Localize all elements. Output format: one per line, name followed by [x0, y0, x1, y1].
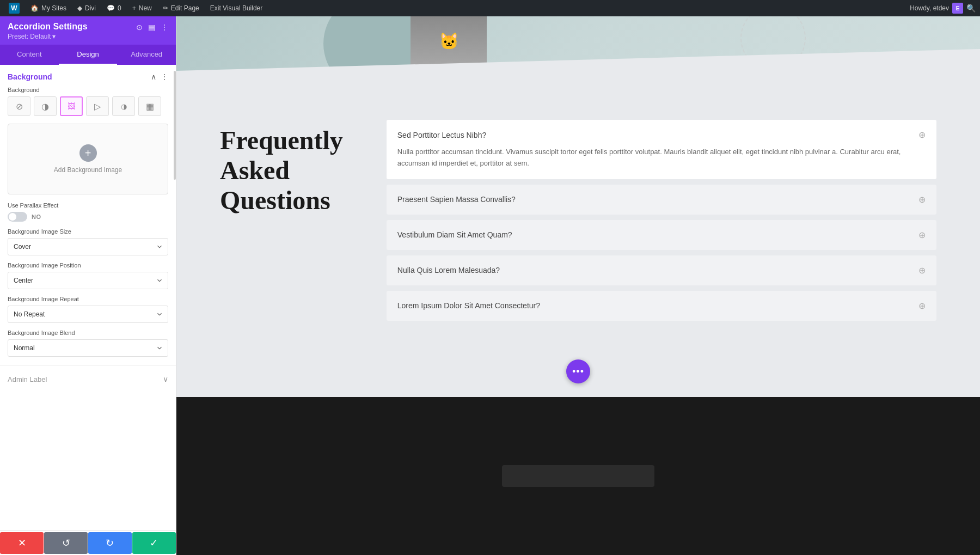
sidebar-content: Background ∧ ⋮ Background ⊘ ◑ 🖼: [0, 65, 176, 530]
accordion-title-2: Praesent Sapien Massa Convallis?: [397, 195, 516, 204]
bg-type-color[interactable]: ◑: [34, 96, 57, 116]
background-section-title: Background: [8, 72, 52, 81]
accordion-item-4[interactable]: Nulla Quis Lorem Malesuada? ⊕: [387, 255, 936, 285]
dark-section-inner: [502, 465, 654, 487]
cat-image: 🐱: [411, 16, 487, 71]
upload-text: Add Background Image: [54, 166, 122, 174]
main-layout: Accordion Settings Preset: Default ▾ ⊙ ▤…: [0, 16, 980, 555]
divi-nav[interactable]: ◆ Divi: [73, 0, 100, 16]
bg-size-select[interactable]: Cover Contain Auto: [8, 238, 168, 255]
accordion-item-3[interactable]: Vestibulum Diam Sit Amet Quam? ⊕: [387, 220, 936, 250]
bg-position-row: Background Image Position Center Top Lef…: [0, 262, 176, 296]
accordion-title-4: Nulla Quis Lorem Malesuada?: [397, 266, 500, 275]
accordion-item-5[interactable]: Lorem Ipsum Dolor Sit Amet Consectetur? …: [387, 291, 936, 321]
parallax-label: Use Parallax Effect: [8, 202, 168, 209]
accordion-header-3: Vestibulum Diam Sit Amet Quam? ⊕: [397, 230, 926, 240]
accordion-title-5: Lorem Ipsum Dolor Sit Amet Consectetur?: [397, 301, 540, 310]
bg-position-select[interactable]: Center Top Left Top Center Top Right Cen…: [8, 272, 168, 289]
collapse-icon[interactable]: ∧: [151, 72, 156, 81]
parallax-toggle-container: NO: [8, 212, 168, 222]
layout-icon[interactable]: ▤: [148, 23, 155, 32]
accordion-title-1: Sed Porttitor Lectus Nibh?: [397, 131, 486, 139]
tab-advanced[interactable]: Advanced: [117, 45, 176, 65]
tab-content[interactable]: Content: [0, 45, 59, 65]
save-button[interactable]: ✓: [132, 532, 176, 554]
bg-position-label: Background Image Position: [8, 262, 168, 269]
scroll-bar: [174, 71, 176, 180]
background-section-header: Background ∧ ⋮: [0, 65, 176, 87]
parallax-row: Use Parallax Effect NO: [0, 202, 176, 228]
sidebar-tabs: Content Design Advanced: [0, 45, 176, 65]
section-options-icon[interactable]: ⋮: [161, 72, 168, 81]
canvas: 🐱 FrequentlyAskedQuestions Sed Porttitor…: [176, 16, 980, 555]
tab-design[interactable]: Design: [59, 45, 118, 65]
bg-repeat-row: Background Image Repeat No Repeat Repeat…: [0, 296, 176, 330]
bottom-toolbar: ✕ ↺ ↻ ✓: [0, 530, 176, 555]
bg-type-pattern[interactable]: ▦: [138, 96, 161, 116]
image-upload-area[interactable]: + Add Background Image: [8, 124, 168, 194]
sidebar-header-icons: ⊙ ▤ ⋮: [136, 23, 168, 32]
main-content: 🐱 FrequentlyAskedQuestions Sed Porttitor…: [176, 16, 980, 555]
bg-type-none[interactable]: ⊘: [8, 96, 30, 116]
bg-type-image[interactable]: 🖼: [60, 96, 83, 116]
bg-repeat-select[interactable]: No Repeat Repeat Repeat-X Repeat-Y: [8, 306, 168, 323]
accordion-header-2: Praesent Sapien Massa Convallis? ⊕: [397, 194, 926, 205]
hero-circle: [323, 16, 421, 71]
redo-button[interactable]: ↻: [88, 532, 132, 554]
search-icon[interactable]: 🔍: [966, 4, 976, 13]
user-avatar[interactable]: E: [952, 3, 963, 14]
accordion-item-2[interactable]: Praesent Sapien Massa Convallis? ⊕: [387, 185, 936, 215]
admin-label-chevron: ∨: [163, 375, 168, 383]
wp-logo[interactable]: W: [4, 0, 24, 16]
accordion-icon-2: ⊕: [918, 194, 926, 205]
my-sites-nav[interactable]: 🏠 My Sites: [26, 0, 71, 16]
new-nav[interactable]: + New: [128, 0, 156, 16]
bg-blend-row: Background Image Blend Normal Multiply S…: [0, 330, 176, 363]
accordion-icon-3: ⊕: [918, 230, 926, 240]
comment-icon: 💬: [107, 4, 115, 12]
wp-icon: W: [9, 3, 20, 14]
plus-icon: +: [132, 4, 136, 12]
accordion-icon-5: ⊕: [918, 301, 926, 311]
accordion-header-1: Sed Porttitor Lectus Nibh? ⊕: [397, 130, 926, 140]
accordion-header-4: Nulla Quis Lorem Malesuada? ⊕: [397, 265, 926, 276]
admin-label-section[interactable]: Admin Label ∨: [0, 368, 176, 390]
bg-type-video[interactable]: ▷: [86, 96, 109, 116]
accordion-header-5: Lorem Ipsum Dolor Sit Amet Consectetur? …: [397, 301, 926, 311]
faq-section: FrequentlyAskedQuestions Sed Porttitor L…: [176, 71, 980, 449]
bg-blend-select[interactable]: Normal Multiply Screen Overlay Darken Li…: [8, 339, 168, 357]
divider: [0, 365, 176, 366]
faq-right: Sed Porttitor Lectus Nibh? ⊕ Nulla portt…: [387, 114, 936, 321]
fab-button[interactable]: •••: [566, 359, 590, 383]
chevron-down-icon: ▾: [52, 33, 56, 40]
dark-section: [176, 397, 980, 555]
sidebar-preset[interactable]: Preset: Default ▾: [8, 33, 88, 40]
visibility-icon[interactable]: ⊙: [136, 23, 143, 32]
parallax-toggle[interactable]: [8, 212, 27, 222]
edit-page-nav[interactable]: ✏ Edit Page: [158, 0, 204, 16]
section-controls: ∧ ⋮: [151, 72, 168, 81]
undo-button[interactable]: ↺: [44, 532, 88, 554]
faq-left: FrequentlyAskedQuestions: [220, 114, 343, 216]
bg-type-gradient[interactable]: ◑: [112, 96, 135, 116]
sidebar-header: Accordion Settings Preset: Default ▾ ⊙ ▤…: [0, 16, 176, 45]
bg-blend-label: Background Image Blend: [8, 330, 168, 336]
bg-field-label: Background: [8, 87, 168, 93]
hero-top: 🐱: [176, 16, 980, 71]
exit-vb-nav[interactable]: Exit Visual Builder: [206, 0, 267, 16]
top-bar-right: Howdy, etdev E 🔍: [910, 3, 976, 14]
comments-nav[interactable]: 💬 0: [102, 0, 126, 16]
sidebar-title: Accordion Settings: [8, 22, 88, 32]
upload-plus-icon: +: [79, 144, 97, 162]
top-bar: W 🏠 My Sites ◆ Divi 💬 0 + New ✏ Edit Pag…: [0, 0, 980, 16]
admin-label-text: Admin Label: [8, 375, 47, 383]
howdy-text: Howdy, etdev: [910, 4, 949, 12]
hero-diagonal: [176, 49, 980, 71]
more-icon[interactable]: ⋮: [161, 23, 168, 32]
accordion-title-3: Vestibulum Diam Sit Amet Quam?: [397, 230, 512, 239]
parallax-value: NO: [32, 214, 41, 220]
close-button[interactable]: ✕: [0, 532, 44, 554]
bg-size-row: Background Image Size Cover Contain Auto: [0, 228, 176, 262]
sidebar: Accordion Settings Preset: Default ▾ ⊙ ▤…: [0, 16, 176, 555]
accordion-item-1[interactable]: Sed Porttitor Lectus Nibh? ⊕ Nulla portt…: [387, 120, 936, 179]
